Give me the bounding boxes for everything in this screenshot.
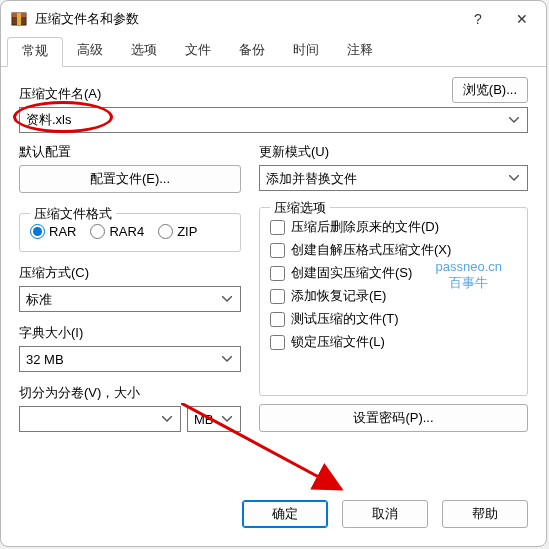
filename-input-wrap [19, 107, 528, 133]
opt-test[interactable]: 测试压缩的文件(T) [270, 310, 517, 328]
update-mode-label: 更新模式(U) [259, 143, 528, 161]
tab-advanced[interactable]: 高级 [63, 37, 117, 67]
titlebar: 压缩文件名和参数 ? ✕ [1, 1, 546, 37]
method-label: 压缩方式(C) [19, 264, 241, 282]
set-password-button[interactable]: 设置密码(P)... [259, 404, 528, 432]
dict-select[interactable]: 32 MB [19, 346, 241, 372]
browse-button[interactable]: 浏览(B)... [452, 77, 528, 103]
format-zip[interactable]: ZIP [158, 224, 197, 239]
format-rar[interactable]: RAR [30, 224, 76, 239]
svg-rect-2 [17, 13, 21, 25]
tab-general[interactable]: 常规 [7, 37, 63, 67]
format-zip-radio[interactable] [158, 224, 173, 239]
tab-bar: 常规 高级 选项 文件 备份 时间 注释 [1, 37, 546, 67]
opt-sfx-chk[interactable] [270, 243, 285, 258]
format-rar4-radio[interactable] [90, 224, 105, 239]
content-area: 压缩文件名(A) 浏览(B)... 默认配置 配置文件(E)... 压缩文件格式… [1, 67, 546, 442]
split-size-input[interactable] [19, 406, 181, 432]
help-footer-button[interactable]: 帮助 [442, 500, 528, 528]
opt-recovery-chk[interactable] [270, 289, 285, 304]
opt-delete-after[interactable]: 压缩后删除原来的文件(D) [270, 218, 517, 236]
opt-solid-chk[interactable] [270, 266, 285, 281]
ok-button[interactable]: 确定 [242, 500, 328, 528]
tab-options[interactable]: 选项 [117, 37, 171, 67]
app-icon [11, 11, 27, 27]
help-button[interactable]: ? [456, 4, 500, 34]
tab-files[interactable]: 文件 [171, 37, 225, 67]
help-icon: ? [474, 11, 482, 27]
options-legend: 压缩选项 [270, 199, 330, 217]
profile-button[interactable]: 配置文件(E)... [19, 165, 241, 193]
format-rar-radio[interactable] [30, 224, 45, 239]
format-rar4[interactable]: RAR4 [90, 224, 144, 239]
opt-recovery[interactable]: 添加恢复记录(E) [270, 287, 517, 305]
split-unit-select[interactable]: MB [187, 406, 241, 432]
opt-lock[interactable]: 锁定压缩文件(L) [270, 333, 517, 351]
opt-lock-chk[interactable] [270, 335, 285, 350]
close-button[interactable]: ✕ [500, 4, 544, 34]
dict-label: 字典大小(I) [19, 324, 241, 342]
filename-label: 压缩文件名(A) [19, 86, 101, 101]
update-mode-select[interactable]: 添加并替换文件 [259, 165, 528, 191]
format-fieldset: 压缩文件格式 RAR RAR4 ZIP [19, 213, 241, 252]
options-fieldset: 压缩选项 压缩后删除原来的文件(D) 创建自解压格式压缩文件(X) 创建固实压缩… [259, 207, 528, 396]
footer-buttons: 确定 取消 帮助 [242, 500, 528, 528]
close-icon: ✕ [516, 11, 528, 27]
window-title: 压缩文件名和参数 [35, 10, 456, 28]
opt-solid[interactable]: 创建固实压缩文件(S) [270, 264, 517, 282]
split-label: 切分为分卷(V)，大小 [19, 384, 241, 402]
method-select[interactable]: 标准 [19, 286, 241, 312]
format-legend: 压缩文件格式 [30, 205, 116, 223]
opt-sfx[interactable]: 创建自解压格式压缩文件(X) [270, 241, 517, 259]
opt-delete-after-chk[interactable] [270, 220, 285, 235]
filename-input[interactable] [19, 107, 528, 133]
tab-backup[interactable]: 备份 [225, 37, 279, 67]
default-profile-label: 默认配置 [19, 143, 241, 161]
tab-comment[interactable]: 注释 [333, 37, 387, 67]
opt-test-chk[interactable] [270, 312, 285, 327]
tab-time[interactable]: 时间 [279, 37, 333, 67]
cancel-button[interactable]: 取消 [342, 500, 428, 528]
archive-options-dialog: 压缩文件名和参数 ? ✕ 常规 高级 选项 文件 备份 时间 注释 压缩文件名(… [0, 0, 547, 547]
